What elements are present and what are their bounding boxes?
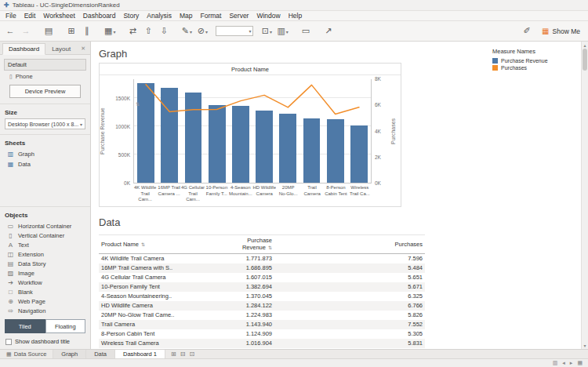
data-source-tab[interactable]: ▦ Data Source [0,350,53,358]
table-row[interactable]: 4K Wildlife Trail Camera1.771.8737.596 [99,253,425,263]
object-item-data-story[interactable]: ▤Data Story [0,259,90,268]
object-item-image[interactable]: ▨Image [0,268,90,278]
menu-window[interactable]: Window [256,12,280,20]
tab-dashboard[interactable]: Dashboard [2,43,45,55]
sheet-tab-data[interactable]: Data [86,350,115,358]
forward-arrow-icon[interactable]: → [20,27,31,35]
new-dashboard-tab-icon[interactable]: ⊟ [180,351,186,358]
size-dropdown[interactable]: Desktop Browser (1000 x 8... ▾ [5,118,85,129]
sheet-tab-dashboard-1[interactable]: Dashboard 1 [115,350,165,358]
plot-area[interactable]: ⇅ [133,79,372,184]
scroll-thumb[interactable] [583,49,587,71]
sort-icon[interactable]: ⇅ [141,242,145,247]
sheet-item-data[interactable]: ▦Data [0,159,90,169]
layout-mode-toggle: Tiled Floating [5,319,85,333]
data-sheet-icon: ▦ [7,161,14,168]
menu-dashboard[interactable]: Dashboard [83,12,116,20]
graph-sheet[interactable]: Product Name Purchase Revenue 0K500K1000… [99,63,401,207]
table-row[interactable]: Trail Camera1.143.9407.552 [99,320,425,329]
table-row[interactable]: 8-Person Cabin Tent1.124.9095.305 [99,329,425,339]
table-row[interactable]: 20MP No-Glow Trail Came..1.224.9835.826 [99,311,425,320]
show-cards-icon[interactable]: ▥▾ [277,27,288,35]
device-preview-button[interactable]: Device Preview [9,85,81,98]
x-axis-label: 8-Person Cabin Tent [324,185,347,203]
menu-story[interactable]: Story [123,12,139,20]
sort-ascending-icon[interactable]: ⇧ [143,27,154,35]
navigation-icon: ⇨ [7,307,14,314]
show-filmstrip-icon[interactable]: ▥ [553,360,558,366]
right-axis-ticks[interactable]: 0K2K4K6K8K [372,79,390,184]
size-section-label: Size [5,109,85,116]
object-item-navigation[interactable]: ⇨Navigation [0,306,90,315]
object-item-extension[interactable]: ◫Extension [0,249,90,259]
sort-descending-icon[interactable]: ⇩ [158,27,169,35]
menu-worksheet[interactable]: Worksheet [43,12,74,20]
device-default-item[interactable]: Default [4,59,86,71]
window-title: Tableau - UC-SingleDimensionRanked [13,2,120,9]
object-item-vertical-container[interactable]: ▯Vertical Container [0,231,90,240]
table-row[interactable]: Wireless Trail Camera1.016.9045.831 [99,339,425,348]
right-axis-title[interactable]: Purchases [390,79,401,184]
object-item-workflow[interactable]: ➔Workflow [0,278,90,287]
object-item-blank[interactable]: □Blank [0,287,90,296]
sheet-tab-graph[interactable]: Graph [53,350,86,358]
menu-server[interactable]: Server [229,12,249,20]
object-item-web-page[interactable]: ⊕Web Page [0,296,90,306]
highlight-icon[interactable]: ✎▾ [181,27,192,35]
device-phone-item[interactable]: ▯ Phone [9,73,86,80]
share-icon[interactable]: ↗ [323,27,334,35]
swap-axes-icon[interactable]: ⇄ [127,27,138,35]
tiled-button[interactable]: Tiled [5,319,45,333]
close-pane-icon[interactable]: ✕ [81,45,88,54]
column-header-purchases[interactable]: Purchases [274,234,425,253]
table-row[interactable]: 16MP Trail Camera with S..1.686.8955.484 [99,263,425,273]
menu-map[interactable]: Map [180,12,193,20]
format-workbook-icon[interactable]: ✐ [521,27,532,35]
toolbar-combobox[interactable]: ▾ [216,26,253,36]
sort-icon[interactable]: ⇅ [268,245,272,250]
vertical-scrollbar[interactable]: ▴ ▾ [581,42,588,349]
sheet-sorter-icon[interactable]: ▦ [577,360,583,366]
table-row[interactable]: 4G Cellular Trail Camera1.607.0155.651 [99,273,425,282]
sheet-item-graph[interactable]: ▥Graph [0,149,90,159]
save-icon[interactable]: ▤ [43,27,54,35]
pane-spacer [0,169,90,205]
clear-sheet-icon[interactable]: ⊘▾ [197,27,208,35]
add-data-source-icon[interactable]: ⊞ [66,27,77,35]
show-dashboard-title-checkbox[interactable] [5,339,12,345]
column-header-purchase-revenue[interactable]: Purchase Revenue⇅ [218,234,274,253]
floating-button[interactable]: Floating [45,319,86,333]
chart-title[interactable]: Product Name [100,64,401,75]
back-arrow-icon[interactable]: ← [5,27,16,35]
menu-file[interactable]: File [5,12,16,20]
axis-sort-indicator-icon[interactable]: ⇅ [136,101,140,107]
new-worksheet-tab-icon[interactable]: ⊞ [171,351,176,358]
tab-layout[interactable]: Layout [46,44,76,54]
table-row[interactable]: HD Wildlife Camera1.284.1226.766 [99,301,425,311]
object-item-text[interactable]: AText [0,240,90,249]
show-me-icon: ▦ [542,27,549,35]
menu-help[interactable]: Help [289,12,302,20]
object-item-horizontal-container[interactable]: ▭Horizontal Container [0,221,90,231]
scroll-down-icon[interactable]: ▾ [582,343,588,348]
menu-format[interactable]: Format [200,12,221,20]
pause-updates-icon[interactable]: ∥ [82,27,93,35]
legend-item-purchases[interactable]: Purchases [492,64,567,71]
presentation-mode-icon[interactable]: ▭ [300,27,311,35]
column-header-product-name[interactable]: Product Name⇅ [99,234,218,253]
next-sheet-icon[interactable]: ▸ [570,360,573,366]
fit-selector-icon[interactable]: ⊡▾ [261,27,272,35]
menu-edit[interactable]: Edit [24,12,36,20]
text-icon: A [7,242,14,249]
new-story-tab-icon[interactable]: ⊡ [189,351,194,358]
scroll-up-icon[interactable]: ▴ [582,42,588,48]
table-row[interactable]: 4-Season Mountaineering..1.370.0456.325 [99,292,425,301]
table-row[interactable]: 10-Person Family Tent1.382.6945.671 [99,282,425,292]
new-worksheet-icon[interactable]: ▦▾ [104,27,115,35]
legend-item-purchase-revenue[interactable]: Purchase Revenue [492,57,567,64]
previous-sheet-icon[interactable]: ◂ [562,360,565,366]
menu-analysis[interactable]: Analysis [147,12,172,20]
show-me-button[interactable]: ▦ Show Me [539,25,583,37]
left-axis-title[interactable]: Purchase Revenue [100,79,110,184]
left-axis-ticks[interactable]: 0K500K1000K1500K [110,79,133,184]
